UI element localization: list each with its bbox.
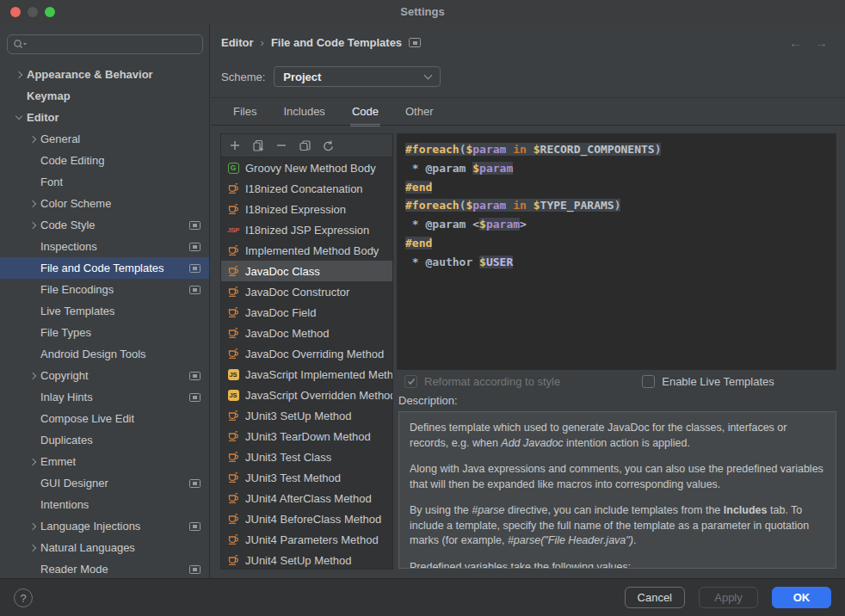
sidebar-item-color-scheme[interactable]: Color Scheme [0, 193, 209, 214]
template-list: GGroovy New Method BodyI18nized Concaten… [221, 157, 392, 569]
template-list-panel: GGroovy New Method BodyI18nized Concaten… [220, 133, 393, 570]
sidebar-item-general[interactable]: General [0, 128, 209, 150]
java-file-icon [226, 554, 240, 566]
template-item-label: I18nized JSP Expression [245, 224, 369, 237]
template-item-junit4-parameters-method[interactable]: JUnit4 Parameters Method [221, 529, 392, 550]
description-paragraph: Predefined variables take the following … [410, 560, 825, 570]
sidebar-item-inlay-hints[interactable]: Inlay Hints [0, 386, 209, 408]
breadcrumb-editor[interactable]: Editor [221, 36, 254, 49]
template-item-javadoc-field[interactable]: JavaDoc Field [221, 302, 392, 323]
sidebar-item-editor[interactable]: Editor [0, 107, 209, 128]
sidebar-item-appearance-behavior[interactable]: Appearance & Behavior [0, 64, 209, 85]
template-item-junit4-setup-method[interactable]: JUnit4 SetUp Method [221, 550, 392, 569]
template-item-javascript-implemented-method[interactable]: JSJavaScript Implemented Method [221, 364, 392, 385]
js-file-icon: JS [226, 369, 240, 380]
tab-files[interactable]: Files [231, 103, 258, 126]
chevron-right-icon[interactable] [29, 458, 36, 465]
sidebar-item-gui-designer[interactable]: GUI Designer [0, 472, 209, 494]
help-button[interactable]: ? [14, 588, 33, 607]
template-item-junit3-test-method[interactable]: JUnit3 Test Method [221, 467, 392, 488]
sidebar-item-live-templates[interactable]: Live Templates [0, 300, 209, 322]
reformat-checkbox[interactable] [404, 375, 417, 388]
template-item-javadoc-class[interactable]: JavaDoc Class [221, 261, 392, 281]
forward-arrow-icon[interactable]: → [815, 35, 828, 50]
template-item-junit3-test-class[interactable]: JUnit3 Test Class [221, 447, 392, 467]
back-arrow-icon[interactable]: ← [789, 35, 802, 50]
template-item-label: JUnit3 SetUp Method [245, 410, 352, 422]
sidebar-item-keymap[interactable]: Keymap [0, 85, 209, 107]
template-item-i18nized-expression[interactable]: I18nized Expression [221, 199, 392, 219]
breadcrumb: Editor › File and Code Templates [221, 36, 421, 49]
chevron-right-icon[interactable] [29, 200, 36, 206]
sidebar-item-compose-live-edit[interactable]: Compose Live Edit [0, 408, 209, 429]
java-file-icon [226, 286, 240, 298]
chevron-down-icon[interactable] [15, 113, 22, 120]
per-project-settings-icon [189, 479, 200, 488]
sidebar-item-intentions[interactable]: Intentions [0, 494, 209, 515]
chevron-right-icon[interactable] [29, 221, 36, 228]
template-item-label: JavaScript Overridden Method [245, 389, 392, 402]
settings-search-field[interactable] [7, 34, 203, 54]
chevron-right-icon[interactable] [29, 544, 36, 551]
apply-button[interactable]: Apply [699, 587, 758, 608]
template-item-i18nized-concatenation[interactable]: I18nized Concatenation [221, 178, 392, 199]
sidebar-item-copyright[interactable]: Copyright [0, 365, 209, 386]
template-item-junit4-beforeclass-method[interactable]: JUnit4 BeforeClass Method [221, 508, 392, 529]
tab-code[interactable]: Code [350, 103, 380, 126]
sidebar-item-code-style[interactable]: Code Style [0, 214, 209, 236]
sidebar-item-label: Color Scheme [40, 197, 111, 210]
code-line: #foreach($param in $RECORD_COMPONENTS) [405, 140, 836, 159]
template-item-junit3-teardown-method[interactable]: JUnit3 TearDown Method [221, 426, 392, 447]
sidebar-item-duplicates[interactable]: Duplicates [0, 429, 209, 451]
sidebar-item-file-types[interactable]: File Types [0, 322, 209, 343]
copy-template-button[interactable] [298, 139, 311, 152]
chevron-right-icon[interactable] [15, 71, 22, 77]
sidebar-item-inspections[interactable]: Inspections [0, 236, 209, 257]
template-item-groovy-new-method-body[interactable]: GGroovy New Method Body [221, 157, 392, 178]
add-template-button[interactable] [228, 139, 242, 152]
ok-button[interactable]: OK [772, 587, 831, 608]
chevron-right-icon[interactable] [29, 372, 36, 379]
remove-template-button[interactable] [274, 139, 288, 152]
tab-other[interactable]: Other [404, 103, 435, 126]
sidebar-item-font[interactable]: Font [0, 171, 209, 193]
template-item-javadoc-method[interactable]: JavaDoc Method [221, 323, 392, 343]
scheme-dropdown[interactable]: Project [274, 66, 441, 87]
reset-to-default-button[interactable] [321, 139, 335, 152]
template-item-label: JUnit3 TearDown Method [245, 430, 371, 443]
sidebar-item-code-editing[interactable]: Code Editing [0, 150, 209, 171]
template-code-editor[interactable]: #foreach($param in $RECORD_COMPONENTS) *… [397, 133, 836, 370]
sidebar-item-android-design-tools[interactable]: Android Design Tools [0, 343, 209, 365]
sidebar-item-file-encodings[interactable]: File Encodings [0, 279, 209, 300]
template-item-junit4-afterclass-method[interactable]: JUnit4 AfterClass Method [221, 488, 392, 508]
enable-live-templates-option: Enable Live Templates [642, 375, 774, 388]
template-item-javascript-overridden-method[interactable]: JSJavaScript Overridden Method [221, 385, 392, 405]
tab-includes[interactable]: Includes [281, 103, 326, 126]
per-project-settings-icon [189, 393, 200, 402]
create-from-template-button[interactable] [251, 139, 265, 152]
template-item-label: JUnit4 AfterClass Method [245, 492, 372, 505]
description-text[interactable]: Defines template which used to generate … [398, 411, 836, 569]
template-item-label: JUnit4 Parameters Method [245, 533, 379, 546]
sidebar-item-file-and-code-templates[interactable]: File and Code Templates [0, 257, 209, 279]
sidebar-item-label: Duplicates [40, 434, 93, 447]
per-project-settings-icon [189, 565, 200, 574]
description-paragraph: Defines template which used to generate … [410, 421, 825, 451]
sidebar-item-label: File Encodings [40, 283, 114, 296]
sidebar-item-language-injections[interactable]: Language Injections [0, 515, 209, 537]
sidebar-item-natural-languages[interactable]: Natural Languages [0, 537, 209, 558]
live-templates-checkbox[interactable] [642, 375, 655, 388]
template-item-javadoc-overriding-method[interactable]: JavaDoc Overriding Method [221, 343, 392, 364]
chevron-right-icon[interactable] [29, 522, 36, 529]
chevron-right-icon[interactable] [29, 135, 36, 142]
sidebar-item-emmet[interactable]: Emmet [0, 451, 209, 472]
template-item-i18nized-jsp-expression[interactable]: JSPI18nized JSP Expression [221, 219, 392, 240]
search-input[interactable] [28, 39, 197, 51]
cancel-button[interactable]: Cancel [625, 587, 685, 608]
template-item-junit3-setup-method[interactable]: JUnit3 SetUp Method [221, 405, 392, 426]
template-item-implemented-method-body[interactable]: Implemented Method Body [221, 240, 392, 261]
template-item-javadoc-constructor[interactable]: JavaDoc Constructor [221, 281, 392, 302]
title-bar: Settings [0, 0, 845, 24]
search-history-caret-icon [23, 43, 27, 45]
sidebar-item-reader-mode[interactable]: Reader Mode [0, 558, 209, 578]
